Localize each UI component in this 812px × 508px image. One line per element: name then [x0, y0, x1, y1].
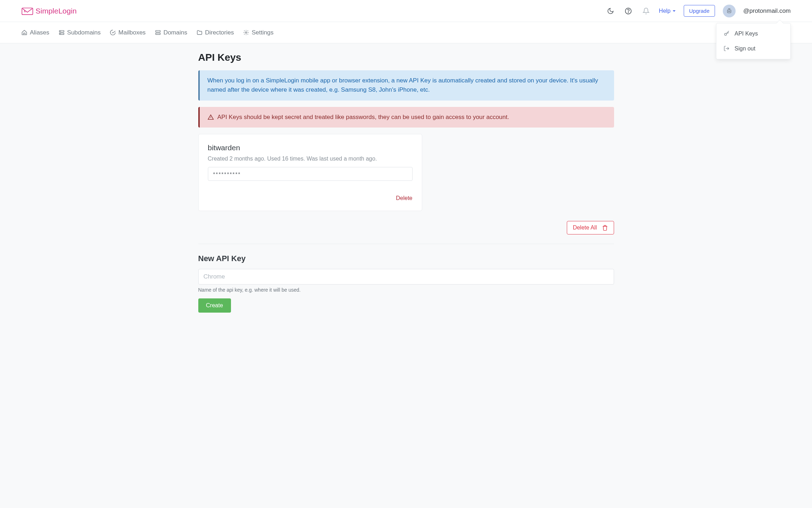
nav-directories[interactable]: Directories [197, 29, 234, 36]
new-api-key-name-input[interactable] [198, 269, 614, 285]
home-icon [21, 29, 27, 36]
chevron-down-icon [672, 9, 676, 13]
delete-key-button[interactable]: Delete [396, 195, 412, 201]
mailbox-icon [110, 29, 116, 36]
help-label: Help [659, 8, 671, 14]
user-area: @protonmail.com API Keys Sign out [723, 5, 791, 17]
nav-domains[interactable]: Domains [155, 29, 187, 36]
svg-point-6 [729, 11, 730, 12]
navbar: Aliases Subdomains Mailboxes Domains Dir… [0, 22, 812, 43]
svg-rect-12 [156, 31, 160, 32]
new-api-key-section: New API Key Name of the api key, e.g. wh… [198, 254, 614, 313]
bell-icon [642, 7, 650, 15]
dropdown-item-signout[interactable]: Sign out [716, 41, 790, 56]
dropdown-label: API Keys [735, 31, 758, 37]
svg-point-5 [728, 11, 729, 12]
dropdown-label: Sign out [735, 45, 755, 52]
upgrade-button[interactable]: Upgrade [684, 5, 715, 17]
moon-icon [607, 7, 614, 15]
api-key-masked: ********** [208, 167, 413, 181]
delete-all-button[interactable]: Delete All [567, 221, 614, 234]
delete-all-label: Delete All [573, 225, 597, 231]
main-container: API Keys When you log in on a SimpleLogi… [177, 43, 635, 327]
dark-mode-toggle[interactable] [606, 6, 615, 16]
brand-logo-icon [21, 7, 33, 15]
new-api-key-title: New API Key [198, 254, 614, 263]
create-api-key-button[interactable]: Create [198, 298, 231, 313]
nav-mailboxes[interactable]: Mailboxes [110, 29, 146, 36]
avatar-robot-icon [726, 7, 733, 15]
key-icon [724, 31, 730, 37]
page-title: API Keys [198, 52, 614, 63]
user-dropdown: API Keys Sign out [716, 23, 791, 59]
api-key-card: bitwarden Created 2 months ago. Used 16 … [198, 134, 422, 211]
svg-point-14 [246, 32, 247, 33]
topbar: SimpleLogin Help Upgrade @protonmail.com… [0, 0, 812, 22]
svg-rect-13 [156, 33, 160, 34]
brand[interactable]: SimpleLogin [21, 7, 77, 15]
avatar[interactable] [723, 5, 736, 17]
domain-icon [155, 29, 161, 36]
info-alert: When you log in on a SimpleLogin mobile … [198, 70, 614, 101]
question-circle-icon [625, 7, 632, 15]
svg-point-11 [60, 34, 60, 34]
warning-triangle-icon [208, 114, 214, 120]
svg-point-3 [628, 12, 629, 12]
signout-icon [724, 45, 730, 52]
warning-text: API Keys should be kept secret and treat… [217, 113, 509, 122]
warning-alert: API Keys should be kept secret and treat… [198, 107, 614, 128]
new-api-key-help: Name of the api key, e.g. where it will … [198, 287, 614, 293]
api-key-name: bitwarden [208, 144, 413, 152]
nav-aliases[interactable]: Aliases [21, 29, 49, 36]
nav-settings[interactable]: Settings [243, 29, 273, 36]
notifications-button[interactable] [641, 6, 651, 16]
nav-subdomains[interactable]: Subdomains [59, 29, 101, 36]
dropdown-item-api-keys[interactable]: API Keys [716, 26, 790, 41]
trash-icon [602, 225, 608, 231]
subdomain-icon [59, 29, 65, 36]
svg-point-10 [60, 31, 60, 32]
gear-icon [243, 29, 249, 36]
api-key-meta: Created 2 months ago. Used 16 times. Was… [208, 156, 413, 162]
folder-icon [197, 29, 203, 36]
user-email[interactable]: @protonmail.com [743, 7, 791, 15]
svg-rect-4 [727, 10, 731, 12]
help-dropdown[interactable]: Help [659, 8, 676, 14]
help-icon-button[interactable] [623, 6, 633, 16]
svg-rect-0 [22, 8, 33, 15]
brand-name: SimpleLogin [36, 7, 77, 15]
